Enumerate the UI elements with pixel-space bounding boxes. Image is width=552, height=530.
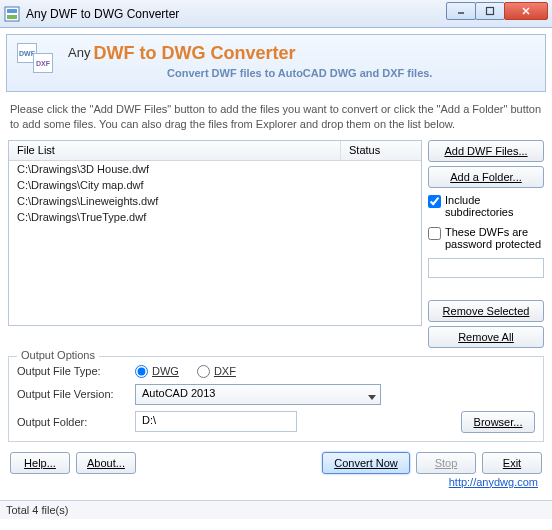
output-options-group: Output Options Output File Type: DWG DXF… [8,356,544,442]
add-dwf-files-button[interactable]: Add DWF Files... [428,140,544,162]
hero-banner: DWF DXF Any DWF to DWG Converter Convert… [6,34,546,92]
list-item[interactable]: C:\Drawings\TrueType.dwf [9,209,421,225]
output-version-value: AutoCAD 2013 [142,387,215,399]
convert-now-button[interactable]: Convert Now [322,452,410,474]
list-item[interactable]: C:\Drawings\Lineweights.dwf [9,193,421,209]
col-status[interactable]: Status [341,141,421,160]
output-type-dxf-radio[interactable]: DXF [197,365,236,378]
help-button[interactable]: Help... [10,452,70,474]
about-button[interactable]: About... [76,452,136,474]
browse-button[interactable]: Browser... [461,411,535,433]
file-list[interactable]: File List Status C:\Drawings\3D House.dw… [8,140,422,326]
output-folder-label: Output Folder: [17,416,127,428]
close-button[interactable] [504,2,548,20]
password-input[interactable] [428,258,544,278]
output-folder-input[interactable]: D:\ [135,411,297,432]
include-subdirs-input[interactable] [428,195,441,208]
brand-subtitle: Convert DWF files to AutoCAD DWG and DXF… [167,67,432,79]
website-link[interactable]: http://anydwg.com [6,474,546,490]
maximize-button[interactable] [475,2,505,20]
include-subdirs-checkbox[interactable]: Include subdirectories [428,192,544,220]
col-file[interactable]: File List [9,141,341,160]
chevron-down-icon [368,391,376,403]
password-protected-label: These DWFs are password protected [445,226,544,250]
include-subdirs-label: Include subdirectories [445,194,544,218]
brand-title: DWF to DWG Converter [94,43,296,63]
add-folder-button[interactable]: Add a Folder... [428,166,544,188]
remove-all-button[interactable]: Remove All [428,326,544,348]
password-protected-checkbox[interactable]: These DWFs are password protected [428,224,544,252]
minimize-button[interactable] [446,2,476,20]
stop-button[interactable]: Stop [416,452,476,474]
output-options-legend: Output Options [17,349,99,361]
brand-prefix: Any [68,45,90,60]
dxf-filetype-icon: DXF [33,53,53,73]
app-icon [4,6,20,22]
exit-button[interactable]: Exit [482,452,542,474]
output-type-dwg-radio[interactable]: DWG [135,365,179,378]
password-protected-input[interactable] [428,227,441,240]
remove-selected-button[interactable]: Remove Selected [428,300,544,322]
file-list-header: File List Status [9,141,421,161]
window-title: Any DWF to DWG Converter [26,7,179,21]
svg-rect-1 [7,9,17,13]
list-item[interactable]: C:\Drawings\City map.dwf [9,177,421,193]
list-item[interactable]: C:\Drawings\3D House.dwf [9,161,421,177]
output-type-label: Output File Type: [17,365,127,377]
svg-marker-7 [368,395,376,400]
output-version-label: Output File Version: [17,388,127,400]
svg-rect-2 [7,15,17,19]
titlebar: Any DWF to DWG Converter [0,0,552,28]
status-bar: Total 4 file(s) [0,500,552,519]
instructions-text: Please click the "Add DWF Files" button … [6,92,546,140]
svg-rect-4 [487,8,494,15]
output-version-select[interactable]: AutoCAD 2013 [135,384,381,405]
